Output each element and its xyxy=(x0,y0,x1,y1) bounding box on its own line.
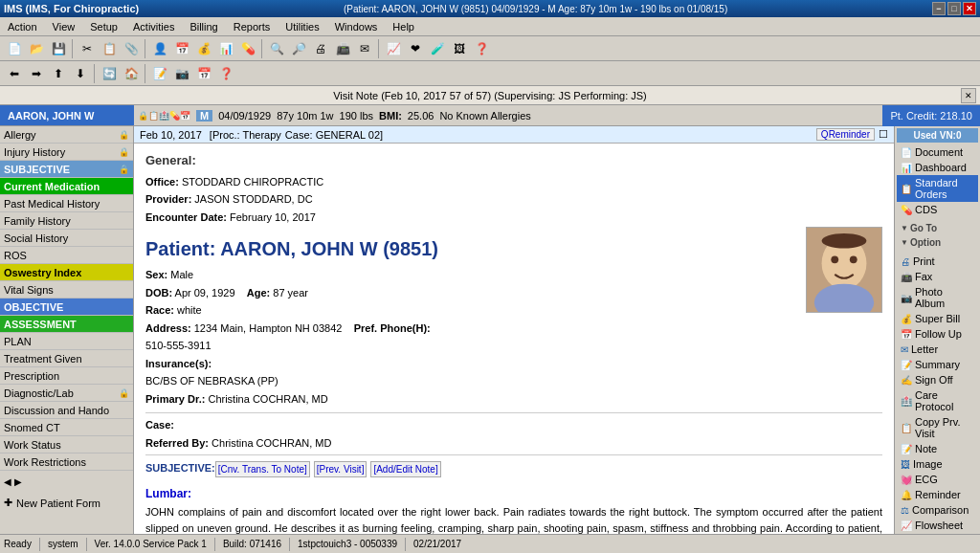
option-group[interactable]: ▼ Option xyxy=(897,235,978,250)
toolbar-cut[interactable]: ✂ xyxy=(77,38,98,59)
toolbar2-home[interactable]: 🏠 xyxy=(121,63,142,84)
toolbar-new[interactable]: 📄 xyxy=(4,38,25,59)
right-item-note[interactable]: 📝 Note xyxy=(897,441,978,456)
sidebar-item-social-history[interactable]: Social History xyxy=(0,230,133,247)
right-item-print[interactable]: 🖨 Print xyxy=(897,254,978,269)
toolbar-patient[interactable]: 👤 xyxy=(149,38,170,59)
right-item-copy-prv-visit[interactable]: 📋 Copy Prv. Visit xyxy=(897,414,978,441)
sidebar-item-past-medical[interactable]: Past Medical History xyxy=(0,195,133,212)
toolbar-fax[interactable]: 📠 xyxy=(332,38,353,59)
right-item-flowsheet[interactable]: 📈 Flowsheet xyxy=(897,518,978,533)
right-item-fax[interactable]: 📠 Fax xyxy=(897,269,978,284)
right-item-super-bill[interactable]: 💰 Super Bill xyxy=(897,311,978,326)
right-item-letter[interactable]: ✉ Letter xyxy=(897,342,978,357)
toolbar-search[interactable]: 🔍 xyxy=(266,38,287,59)
toolbar2-btn1[interactable]: ⬅ xyxy=(4,63,25,84)
toolbar-paste[interactable]: 📎 xyxy=(121,38,142,59)
sidebar-item-work-restrictions[interactable]: Work Restrictions xyxy=(0,453,133,471)
right-item-standard-orders[interactable]: 📋 Standard Orders xyxy=(897,175,978,202)
menu-reports[interactable]: Reports xyxy=(230,19,275,34)
toolbar-email[interactable]: ✉ xyxy=(354,38,375,59)
sidebar-item-subjective[interactable]: SUBJECTIVE 🔒 xyxy=(0,161,133,178)
sidebar-item-snomed-ct[interactable]: Snomed CT xyxy=(0,419,133,436)
toolbar2-refresh[interactable]: 🔄 xyxy=(99,63,120,84)
prev-visit-link[interactable]: [Prev. Visit] xyxy=(314,461,368,477)
qreminder-btn[interactable]: QReminder xyxy=(816,128,875,141)
visit-note-close-button[interactable]: ✕ xyxy=(961,88,976,103)
toolbar-filter[interactable]: 🔎 xyxy=(288,38,309,59)
sidebar-item-oswestry[interactable]: Oswestry Index xyxy=(0,264,133,281)
toolbar-labs[interactable]: 🧪 xyxy=(427,38,448,59)
dob-value: Apr 09, 1929 xyxy=(175,287,235,299)
right-item-vital[interactable]: ❤ Vital xyxy=(897,533,978,534)
toolbar-imaging[interactable]: 🖼 xyxy=(449,38,470,59)
sidebar-item-objective[interactable]: OBJECTIVE xyxy=(0,299,133,316)
patient-name-box[interactable]: AARON, JOHN W xyxy=(0,105,134,125)
toolbar2-calendar[interactable]: 📅 xyxy=(193,63,214,84)
general-section-title: General: xyxy=(145,151,882,170)
right-item-document[interactable]: 📄 Document xyxy=(897,144,978,160)
right-item-image[interactable]: 🖼 Image xyxy=(897,456,978,472)
sidebar-item-plan[interactable]: PLAN xyxy=(0,333,133,350)
menu-setup[interactable]: Setup xyxy=(86,19,122,34)
toolbar-vitals[interactable]: ❤ xyxy=(405,38,426,59)
add-edit-note-link[interactable]: [Add/Edit Note] xyxy=(370,461,440,477)
toolbar-reports[interactable]: 📊 xyxy=(215,38,236,59)
right-item-cds[interactable]: 💊 CDS xyxy=(897,202,978,217)
menu-utilities[interactable]: Utilities xyxy=(281,19,323,34)
minimize-button[interactable]: − xyxy=(932,2,946,15)
toolbar-copy[interactable]: 📋 xyxy=(99,38,120,59)
sidebar-item-family-history[interactable]: Family History xyxy=(0,212,133,230)
right-item-dashboard[interactable]: 📊 Dashboard xyxy=(897,160,978,175)
toolbar2-question[interactable]: ❓ xyxy=(215,63,236,84)
sidebar-item-prescription[interactable]: Prescription xyxy=(0,367,133,385)
sidebar-item-allergy[interactable]: Allergy 🔒 xyxy=(0,126,133,144)
new-patient-form-button[interactable]: ✚ New Patient Form xyxy=(0,493,133,513)
goto-group[interactable]: ▼ Go To xyxy=(897,221,978,235)
right-item-ecg[interactable]: 💓 ECG xyxy=(897,472,978,487)
menu-view[interactable]: View xyxy=(49,19,79,34)
toolbar2-notes[interactable]: 📝 xyxy=(149,63,170,84)
toolbar2-btn2[interactable]: ➡ xyxy=(26,63,47,84)
sidebar-item-diagnostic-lab[interactable]: Diagnostic/Lab 🔒 xyxy=(0,385,133,402)
right-item-comparison[interactable]: ⚖ Comparison xyxy=(897,502,978,518)
close-button[interactable]: ✕ xyxy=(963,2,976,15)
cnv-trans-note-link[interactable]: [Cnv. Trans. To Note] xyxy=(215,461,310,477)
right-item-care-protocol[interactable]: 🏥 Care Protocol xyxy=(897,387,978,414)
subjective-row: SUBJECTIVE: [Cnv. Trans. To Note] [Prev.… xyxy=(145,459,882,477)
sidebar-item-treatment-given[interactable]: Treatment Given xyxy=(0,350,133,367)
right-item-follow-up[interactable]: 📅 Follow Up xyxy=(897,326,978,342)
toolbar-rx[interactable]: 💊 xyxy=(237,38,258,59)
toolbar-schedule[interactable]: 📅 xyxy=(171,38,192,59)
sidebar-item-injury-history[interactable]: Injury History 🔒 xyxy=(0,144,133,161)
sidebar-item-current-medication[interactable]: Current Medication xyxy=(0,178,133,195)
toolbar-save[interactable]: 💾 xyxy=(48,38,69,59)
sidebar-item-ros[interactable]: ROS xyxy=(0,247,133,264)
menu-action[interactable]: Action xyxy=(4,19,41,34)
maximize-button[interactable]: □ xyxy=(947,2,961,15)
menu-windows[interactable]: Windows xyxy=(331,19,382,34)
right-item-photo-album[interactable]: 📷 Photo Album xyxy=(897,284,978,311)
right-item-reminder[interactable]: 🔔 Reminder xyxy=(897,487,978,502)
sidebar-item-discussion-hando[interactable]: Discussion and Hando xyxy=(0,402,133,419)
toolbar-print[interactable]: 🖨 xyxy=(310,38,331,59)
menu-help[interactable]: Help xyxy=(389,19,418,34)
right-item-sign-off[interactable]: ✍ Sign Off xyxy=(897,372,978,387)
menu-billing[interactable]: Billing xyxy=(186,19,221,34)
content-scroll[interactable]: General: Office: STODDARD CHIROPRACTIC P… xyxy=(134,144,894,534)
toolbar-chart[interactable]: 📈 xyxy=(383,38,404,59)
toolbar2-btn3[interactable]: ⬆ xyxy=(48,63,69,84)
menu-activities[interactable]: Activities xyxy=(129,19,178,34)
dashboard-label: Dashboard xyxy=(915,162,967,173)
toolbar-help[interactable]: ❓ xyxy=(471,38,492,59)
toolbar-open[interactable]: 📂 xyxy=(26,38,47,59)
sidebar-item-work-status[interactable]: Work Status xyxy=(0,436,133,453)
toolbar-billing[interactable]: 💰 xyxy=(193,38,214,59)
toolbar2-btn4[interactable]: ⬇ xyxy=(70,63,91,84)
scroll-up-btn[interactable]: ◀ ▶ xyxy=(0,475,133,489)
right-item-summary[interactable]: 📝 Summary xyxy=(897,357,978,372)
toolbar2-camera[interactable]: 📷 xyxy=(171,63,192,84)
sidebar-item-vital-signs[interactable]: Vital Signs xyxy=(0,281,133,299)
sidebar-item-assessment[interactable]: ASSESSMENT xyxy=(0,316,133,333)
reminder-checkbox[interactable]: ☐ xyxy=(879,128,888,141)
